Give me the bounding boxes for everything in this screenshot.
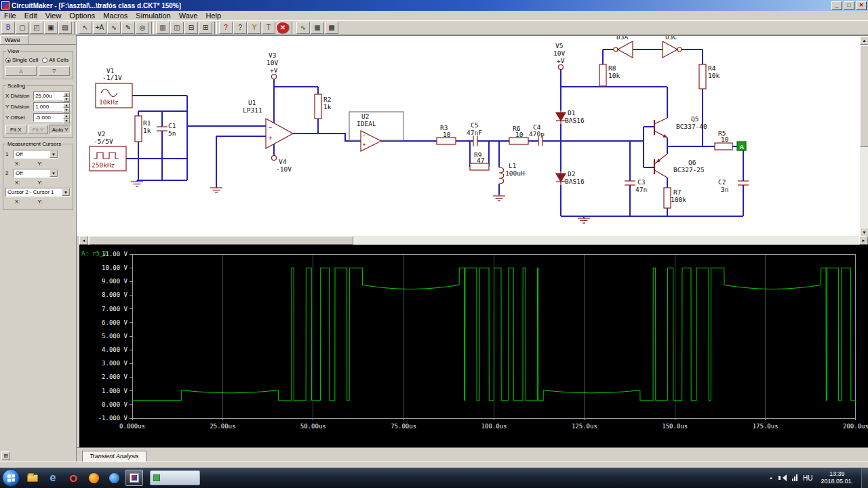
tray-expand-icon[interactable]: ▲ (769, 476, 773, 480)
report-button[interactable]: ▩ (325, 22, 338, 34)
close-button[interactable]: ✕ (856, 1, 867, 10)
spin-down-icon[interactable]: ▼ (63, 108, 70, 113)
maximize-button[interactable]: □ (844, 1, 854, 10)
text-tool-button[interactable]: +A (93, 22, 106, 34)
show-desktop-button[interactable] (861, 468, 868, 488)
scroll-up-button[interactable]: ▲ (860, 36, 868, 45)
fit-y-button[interactable]: Fit:Y (28, 125, 49, 134)
volume-icon[interactable] (778, 474, 787, 481)
probe-voltage-button[interactable]: Y (248, 22, 261, 34)
device-caph[interactable] (538, 136, 542, 146)
device-capv[interactable] (625, 181, 635, 185)
spin-up-icon[interactable]: ▲ (63, 103, 70, 108)
chevron-down-icon[interactable]: ▼ (50, 169, 58, 177)
probe-marker[interactable]: A (737, 142, 746, 150)
x-division-spinner[interactable]: ▲▼ (63, 92, 70, 100)
arrow-tool-button[interactable]: ↖ (79, 22, 92, 34)
waveform-plot[interactable]: 11.00 V10.00 V9.000 V8.000 V7.000 V6.000… (79, 245, 868, 447)
taskbar-ie-button[interactable]: e (44, 470, 62, 486)
erase-tool-button[interactable]: ✎ (121, 22, 135, 34)
schematic-wires[interactable] (126, 49, 743, 218)
device-gnd[interactable] (131, 180, 143, 186)
radio-single-cell[interactable]: Single Cell (5, 57, 38, 63)
device-res[interactable] (315, 94, 321, 119)
stop-simulation-button[interactable]: ✕ (276, 22, 290, 34)
digital-display-button[interactable]: ▦ (311, 22, 324, 34)
split-vertical-button[interactable]: ⊞ (199, 22, 212, 34)
circuitmaker-logo-button[interactable]: B (1, 22, 15, 34)
device-res[interactable] (715, 143, 732, 150)
menu-simulation[interactable]: Simulation (132, 12, 174, 20)
network-icon[interactable] (792, 474, 797, 481)
zoom-tool-button[interactable]: ◎ (136, 22, 149, 34)
device-diode[interactable] (556, 110, 566, 124)
chevron-down-icon[interactable]: ▼ (62, 188, 70, 196)
device-res[interactable] (135, 116, 142, 142)
minimize-button[interactable]: _ (831, 1, 842, 10)
cell-down-button[interactable]: ▽ (39, 66, 70, 76)
radio-all-cells[interactable]: All Cells (42, 57, 68, 63)
device-pnp[interactable] (654, 154, 667, 178)
spin-up-icon[interactable]: ▲ (63, 114, 70, 119)
scroll-down-button[interactable]: ▼ (860, 228, 868, 236)
scroll-left-button[interactable]: ◄ (79, 236, 88, 245)
schematic-vscrollbar[interactable]: ▲ ▼ (859, 36, 868, 236)
new-button[interactable]: ▢ (16, 22, 29, 34)
x-division-input[interactable]: 25.00u ▲▼ (33, 92, 71, 100)
sheet-view-button[interactable]: ▥ (156, 22, 170, 34)
cell-up-button[interactable]: △ (5, 66, 37, 76)
cursor2-mode-select[interactable]: Off▼ (14, 169, 58, 178)
scroll-right-button[interactable]: ► (859, 236, 868, 245)
start-button[interactable] (2, 469, 20, 487)
split-horizontal-button[interactable]: ⊟ (184, 22, 198, 34)
device-capv[interactable] (157, 127, 167, 131)
device-res[interactable] (509, 138, 528, 144)
device-invR[interactable] (663, 41, 682, 58)
schematic-devices[interactable]: −+−+A (90, 41, 749, 223)
spin-up-icon[interactable]: ▲ (63, 92, 70, 97)
device-res[interactable] (470, 163, 489, 170)
device-res[interactable] (699, 64, 706, 89)
device-capv[interactable] (738, 181, 749, 185)
menu-macros[interactable]: Macros (99, 12, 132, 20)
tab-transient-analysis[interactable]: Transient Analysis (82, 451, 146, 462)
taskbar-opera-button[interactable]: O (64, 470, 82, 486)
device-gnd[interactable] (578, 217, 590, 223)
auto-y-button[interactable]: Auto Y (50, 125, 71, 134)
device-gnd[interactable] (493, 195, 505, 201)
menu-edit[interactable]: Edit (20, 12, 41, 20)
print-button[interactable]: ▤ (58, 22, 72, 34)
run-analyses-button[interactable]: ∿ (296, 22, 310, 34)
taskbar-window-button[interactable] (150, 470, 200, 485)
wire-tool-button[interactable]: ∿ (107, 22, 121, 34)
tab-wave[interactable]: Wave (0, 35, 28, 45)
open-button[interactable]: ◰ (30, 22, 43, 34)
schematic-area[interactable]: −+−+AV1-1/1V10kHzV2-5/5V250kHzR11kC15nU1… (77, 35, 868, 236)
device-diode[interactable] (556, 171, 566, 185)
cursor1-mode-select[interactable]: Off▼ (14, 150, 58, 159)
taskbar-circuitmaker-button[interactable] (125, 470, 143, 486)
device-invL[interactable] (614, 41, 633, 58)
menu-wave[interactable]: Wave (175, 12, 202, 20)
y-offset-spinner[interactable]: ▲▼ (63, 114, 70, 121)
device-indv[interactable] (499, 167, 504, 184)
help-button[interactable]: ? (219, 22, 233, 34)
language-indicator[interactable]: HU (803, 474, 812, 482)
wave-grid-button[interactable]: ⊞ (1, 451, 10, 460)
schematic-canvas[interactable]: −+−+AV1-1/1V10kHzV2-5/5V250kHzR11kC15nU1… (79, 36, 859, 236)
spin-down-icon[interactable]: ▼ (63, 97, 70, 102)
device-npn[interactable] (654, 118, 667, 138)
menu-file[interactable]: File (0, 12, 20, 20)
vscroll-thumb[interactable] (860, 45, 868, 147)
taskbar-clock[interactable]: 13:39 2018.05.01. (818, 470, 856, 486)
taskbar-app-button[interactable] (105, 470, 123, 486)
multi-sheet-button[interactable]: ◫ (170, 22, 184, 34)
schematic-hscrollbar[interactable]: ◄ ► (79, 236, 868, 245)
taskbar-explorer-button[interactable] (24, 470, 41, 486)
hscroll-thumb[interactable] (89, 236, 353, 245)
device-res[interactable] (599, 64, 606, 86)
y-division-spinner[interactable]: ▲▼ (63, 103, 70, 110)
menu-view[interactable]: View (41, 12, 66, 20)
device-pwr[interactable] (272, 156, 277, 161)
probe-time-button[interactable]: T (262, 22, 275, 34)
